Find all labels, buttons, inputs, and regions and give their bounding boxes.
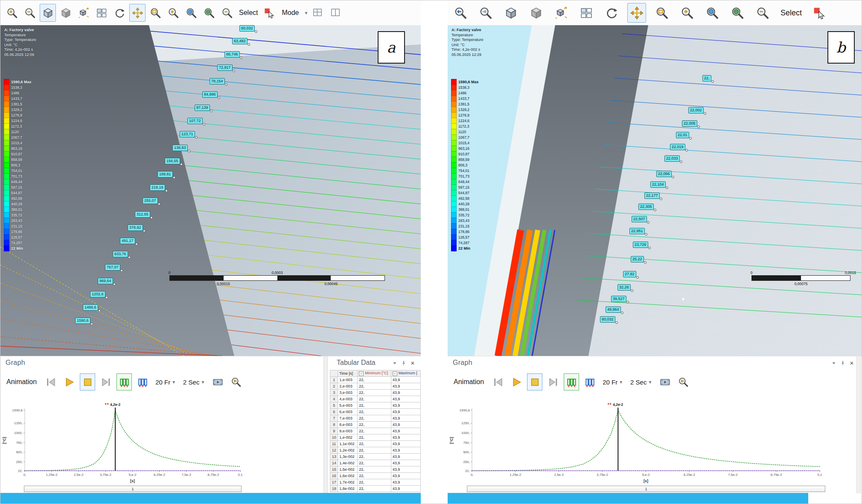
temperature-probe-label[interactable]: 66,746 [224,51,240,58]
result-set-bar[interactable]: 1 [467,486,825,492]
temperature-probe-label[interactable]: 767,07 [105,264,120,271]
select-label[interactable]: Select [239,9,258,17]
temperature-probe-label[interactable]: 49,964 [606,306,621,313]
table-row[interactable]: 131,3e-00222,43,9 [330,454,421,460]
viewport-split-icon[interactable] [328,4,344,22]
temperature-probe-label[interactable]: 22,104 [650,181,666,188]
viewport-a[interactable]: A: Factory valveTemperatureType: Tempera… [0,25,421,356]
temperature-probe-label[interactable]: 378,92 [128,224,143,231]
mode-label[interactable]: Mode [282,9,299,17]
3d-model-render-b[interactable] [448,25,862,356]
shaded-view-icon[interactable] [527,3,545,23]
temperature-probe-label[interactable]: 22,005 [682,120,697,127]
time-steps-icon[interactable] [135,373,150,390]
temperature-probe-label[interactable]: 156,55 [165,158,180,164]
temperature-probe-label[interactable]: 60,032 [239,25,255,32]
temperature-probe-label[interactable]: 633,76 [113,251,128,257]
temperature-probe-label[interactable]: 27,92 [623,271,636,277]
temperature-probe-label[interactable]: 22,01 [676,132,689,138]
stop-icon[interactable] [80,373,95,390]
column-header[interactable]: ✓Maximum [ [391,370,420,377]
zoom-out-alt-icon[interactable] [753,3,772,23]
chevron-down-icon[interactable] [831,360,837,366]
table-row[interactable]: 88,e-00322,43,9 [330,422,421,428]
temperature-probe-label[interactable]: 39,527 [611,296,626,302]
table-row[interactable]: 141,4e-00222,43,9 [330,460,421,466]
viewport-layout-icon[interactable] [310,4,326,22]
close-icon[interactable] [410,360,416,366]
table-row[interactable]: 151,5e-00222,43,9 [330,466,421,473]
zoom-out-alt-icon[interactable] [219,4,235,22]
close-icon[interactable] [849,360,855,366]
pane-splitter[interactable] [323,356,328,493]
zoom-in-alt-icon[interactable] [165,4,181,22]
chevron-down-icon[interactable] [392,360,398,366]
column-checkbox[interactable]: ✓ [393,371,397,376]
select-label[interactable]: Select [780,9,802,17]
temperature-probe-label[interactable]: 138,83 [172,145,188,151]
zoom-box-icon[interactable] [652,3,671,23]
viewports-grid-icon[interactable] [93,4,110,22]
zoom-out-icon[interactable] [22,4,38,22]
pane-splitter[interactable] [856,356,861,493]
frames-dropdown[interactable]: 20 Fr▼ [603,379,623,386]
time-steps-icon[interactable] [582,373,597,390]
temperature-probe-label[interactable]: 312,65 [135,211,150,218]
table-row[interactable]: 33,e-00322,43,9 [330,390,421,396]
first-frame-icon[interactable] [43,373,58,390]
temperature-probe-label[interactable]: 23,726 [633,242,648,248]
temperature-probe-label[interactable]: 22,033 [664,155,680,162]
zoom-box-icon[interactable] [147,4,163,22]
result-sets-icon[interactable] [564,373,579,390]
first-frame-icon[interactable] [490,373,506,390]
result-sets-icon[interactable] [116,373,132,390]
temperature-probe-label[interactable]: 189,81 [157,171,173,178]
pin-icon[interactable] [840,360,846,366]
table-row[interactable]: 99,e-00322,43,9 [330,428,421,434]
temperature-probe-label[interactable]: 1590,6 [75,318,90,324]
play-icon[interactable] [61,373,77,390]
temperature-probe-label[interactable]: 22,305 [638,204,654,210]
table-row[interactable]: 22,e-00322,43,9 [330,383,421,390]
table-row[interactable]: 11,e-00322,43,9 [330,377,421,383]
temperature-probe-label[interactable]: 22, [702,75,711,82]
last-frame-icon[interactable] [98,373,114,390]
temperature-probe-label[interactable]: 78,154 [210,78,225,84]
export-video-icon[interactable] [210,373,225,390]
zoom-graph-icon[interactable] [228,373,244,390]
zoom-undo-icon[interactable] [451,3,470,23]
stop-icon[interactable] [527,373,542,390]
temperature-probe-label[interactable]: 22,066 [656,171,672,177]
pan-icon[interactable] [627,3,646,23]
zoom-globe-icon[interactable] [201,4,217,22]
temperature-probe-label[interactable]: 84,996 [202,91,218,98]
export-video-icon[interactable] [657,373,673,390]
temperature-probe-label[interactable]: 22,507 [632,216,647,222]
temperature-probe-label[interactable]: 219,18 [150,184,165,191]
duration-dropdown[interactable]: 2 Sec▼ [630,379,652,386]
temperature-probe-label[interactable]: 1202,6 [90,291,105,297]
table-row[interactable]: 77,e-00322,43,9 [330,415,421,422]
rotate-icon[interactable] [602,3,621,23]
table-row[interactable]: 121,2e-00222,43,9 [330,447,421,454]
3d-model-render-a[interactable] [0,25,421,356]
temperature-probe-label[interactable]: 63,482 [232,38,248,44]
table-row[interactable]: 161,6e-00222,43,9 [330,473,421,479]
iso-view-icon[interactable] [40,4,56,22]
zoom-in-icon[interactable] [4,4,20,22]
temperature-probe-label[interactable]: 60,032 [600,316,615,323]
viewport-b[interactable]: A: Factory valveTemperatureType: Tempera… [448,25,862,356]
rotate-icon[interactable] [111,4,128,22]
table-row[interactable]: 55,e-00322,43,9 [330,402,421,409]
column-checkbox[interactable]: ✓ [359,371,364,376]
column-header[interactable]: Time [s] [338,370,358,377]
zoom-in-alt-icon[interactable] [678,3,696,23]
select-mode-icon[interactable] [262,4,278,22]
zoom-redo-icon[interactable] [476,3,495,23]
iso-view-icon[interactable] [501,3,520,23]
temperature-probe-label[interactable]: 22,177 [644,192,660,199]
duration-dropdown[interactable]: 2 Sec▼ [183,379,205,386]
explode-view-icon[interactable] [76,4,92,22]
temperature-probe-label[interactable]: 72,917 [217,64,233,71]
table-row[interactable]: 181,8e-00222,43,9 [330,486,421,492]
